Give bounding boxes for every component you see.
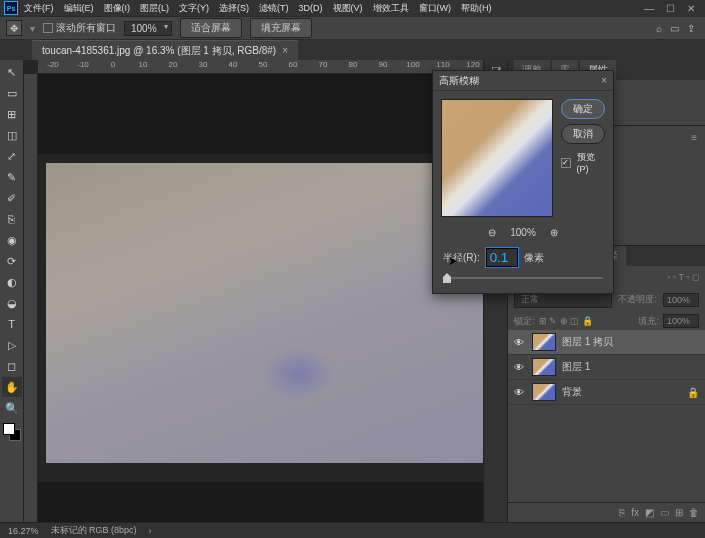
group-icon[interactable]: ▭ [660, 507, 669, 518]
visibility-icon[interactable]: 👁 [514, 337, 526, 348]
window-controls: — ☐ ✕ [644, 3, 701, 14]
visibility-icon[interactable]: 👁 [514, 387, 526, 398]
dodge-tool[interactable]: ⟳ [2, 251, 22, 271]
shape-tool[interactable]: ◻ [2, 356, 22, 376]
link-icon[interactable]: ⎘ [619, 507, 625, 518]
layer-thumb [532, 333, 556, 351]
options-bar: ✥ ▾ 滚动所有窗口 100% 适合屏幕 填充屏幕 ⌕ ▭ ⇪ [0, 16, 705, 40]
document-tab-row: toucan-4185361.jpg @ 16.3% (图层 1 拷贝, RGB… [0, 40, 705, 60]
color-swatch[interactable] [3, 423, 21, 441]
zoom-dropdown[interactable]: 100% [124, 21, 172, 36]
move-tool[interactable]: ↖ [2, 62, 22, 82]
maximize-icon[interactable]: ☐ [666, 3, 675, 14]
radius-label: 半径(R): [443, 251, 480, 265]
share-icon[interactable]: ⇪ [687, 23, 695, 34]
fx-icon[interactable]: fx [631, 507, 639, 518]
workspace-icon[interactable]: ▭ [670, 23, 679, 34]
eyedropper-tool[interactable]: ✎ [2, 167, 22, 187]
menu-help[interactable]: 帮助(H) [457, 2, 496, 15]
menu-select[interactable]: 选择(S) [215, 2, 253, 15]
blur-tool[interactable]: ◐ [2, 272, 22, 292]
status-chevron-icon[interactable]: › [149, 526, 152, 536]
cancel-button[interactable]: 取消 [561, 124, 605, 144]
stamp-tool[interactable]: ⎘ [2, 209, 22, 229]
menu-bar: Ps 文件(F) 编辑(E) 图像(I) 图层(L) 文字(Y) 选择(S) 滤… [0, 0, 705, 16]
search-icon[interactable]: ⌕ [656, 23, 662, 34]
dialog-close-icon[interactable]: × [601, 75, 607, 86]
menu-image[interactable]: 图像(I) [100, 2, 135, 15]
blur-preview[interactable] [441, 99, 553, 217]
document-title: toucan-4185361.jpg @ 16.3% (图层 1 拷贝, RGB… [42, 44, 276, 58]
dialog-titlebar[interactable]: 高斯模糊 × [433, 71, 613, 91]
close-window-icon[interactable]: ✕ [687, 3, 695, 14]
crop-tool[interactable]: ◫ [2, 125, 22, 145]
preview-zoom-value: 100% [510, 227, 536, 238]
lock-icon: 🔒 [687, 387, 699, 398]
layer-row[interactable]: 👁 图层 1 [508, 355, 705, 380]
fill-screen-button[interactable]: 填充屏幕 [250, 18, 312, 38]
marquee-tool[interactable]: ▭ [2, 83, 22, 103]
ok-button[interactable]: 确定 [561, 99, 605, 119]
opacity-input[interactable]: 100% [663, 293, 699, 307]
panel-collapse-icon[interactable]: ≡ [691, 132, 697, 143]
status-bar: 16.27% 未标记的 RGB (8bpc) › [0, 522, 705, 538]
gaussian-blur-dialog: 高斯模糊 × 确定 取消 预览(P) ⊖ 100% ⊕ 半径(R): 像素 [432, 70, 614, 294]
radius-unit: 像素 [524, 251, 544, 265]
layers-footer: ⎘ fx ◩ ▭ ⊞ 🗑 [508, 502, 705, 522]
type-tool[interactable]: T [2, 314, 22, 334]
lock-label: 锁定: [514, 315, 535, 328]
frame-tool[interactable]: ⤢ [2, 146, 22, 166]
menu-file[interactable]: 文件(F) [20, 2, 58, 15]
menu-plugins[interactable]: 增效工具 [369, 2, 413, 15]
fill-label: 填充: [638, 315, 659, 328]
layer-name[interactable]: 背景 [562, 385, 582, 399]
filter-icons[interactable]: ▫ ▫ T ▫ ◻ [667, 272, 699, 282]
lasso-tool[interactable]: ⊞ [2, 104, 22, 124]
foreground-color[interactable] [3, 423, 15, 435]
zoom-tool[interactable]: 🔍 [2, 398, 22, 418]
ruler-vertical [24, 74, 38, 522]
layer-row[interactable]: 👁 背景 🔒 [508, 380, 705, 405]
slider-handle[interactable] [443, 273, 451, 283]
brush-tool[interactable]: ✐ [2, 188, 22, 208]
menu-filter[interactable]: 滤镜(T) [255, 2, 293, 15]
path-tool[interactable]: ▷ [2, 335, 22, 355]
menu-view[interactable]: 视图(V) [329, 2, 367, 15]
menu-window[interactable]: 窗口(W) [415, 2, 456, 15]
layer-name[interactable]: 图层 1 [562, 360, 590, 374]
fit-screen-button[interactable]: 适合屏幕 [180, 18, 242, 38]
visibility-icon[interactable]: 👁 [514, 362, 526, 373]
preview-checkbox[interactable]: 预览(P) [561, 151, 605, 174]
close-tab-icon[interactable]: × [282, 45, 288, 56]
hand-tool-icon[interactable]: ✥ [6, 20, 22, 36]
scroll-all-windows[interactable]: 滚动所有窗口 [43, 21, 116, 35]
zoom-out-icon[interactable]: ⊖ [488, 227, 496, 238]
minimize-icon[interactable]: — [644, 3, 654, 14]
trash-icon[interactable]: 🗑 [689, 507, 699, 518]
zoom-in-icon[interactable]: ⊕ [550, 227, 558, 238]
radius-input[interactable] [486, 248, 518, 267]
document-tab[interactable]: toucan-4185361.jpg @ 16.3% (图层 1 拷贝, RGB… [32, 40, 298, 61]
status-zoom[interactable]: 16.27% [8, 526, 39, 536]
hand-tool[interactable]: ✋ [2, 377, 22, 397]
dialog-title-text: 高斯模糊 [439, 74, 479, 88]
new-layer-icon[interactable]: ⊞ [675, 507, 683, 518]
lock-icons-group[interactable]: ⊞ ✎ ⊕ ◫ 🔒 [539, 316, 593, 326]
toolbox: ↖ ▭ ⊞ ◫ ⤢ ✎ ✐ ⎘ ◉ ⟳ ◐ ◒ T ▷ ◻ ✋ 🔍 [0, 60, 24, 522]
layer-row[interactable]: 👁 图层 1 拷贝 [508, 330, 705, 355]
menu-3d[interactable]: 3D(D) [295, 3, 327, 13]
layer-thumb [532, 358, 556, 376]
layer-name[interactable]: 图层 1 拷贝 [562, 335, 613, 349]
status-info: 未标记的 RGB (8bpc) [51, 524, 137, 537]
pen-tool[interactable]: ◒ [2, 293, 22, 313]
radius-slider[interactable] [443, 277, 603, 279]
menu-layer[interactable]: 图层(L) [136, 2, 173, 15]
menu-type[interactable]: 文字(Y) [175, 2, 213, 15]
fill-input[interactable]: 100% [663, 314, 699, 328]
opacity-label: 不透明度: [618, 293, 657, 306]
gradient-tool[interactable]: ◉ [2, 230, 22, 250]
menu-edit[interactable]: 编辑(E) [60, 2, 98, 15]
layer-thumb [532, 383, 556, 401]
ps-logo: Ps [4, 1, 18, 15]
mask-icon[interactable]: ◩ [645, 507, 654, 518]
